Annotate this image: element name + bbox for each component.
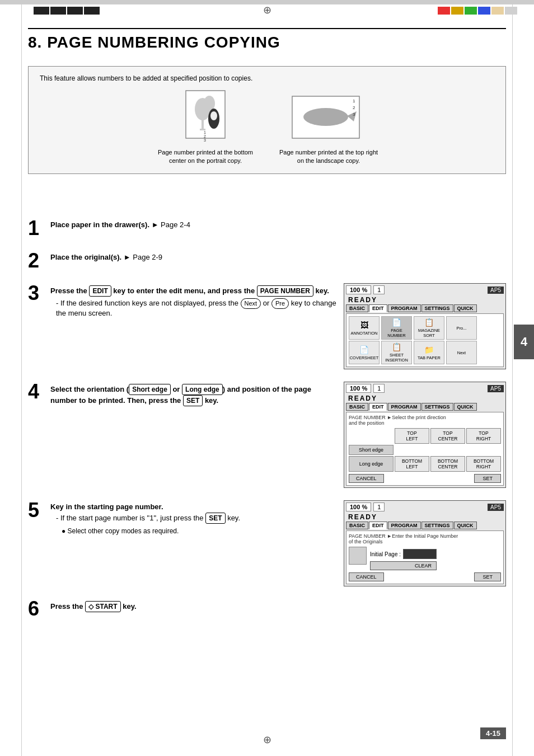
step-3-content: Presse the EDIT key to enter the edit me… <box>50 283 338 319</box>
portrait-caption: Page number printed at the bottom center… <box>155 148 256 166</box>
ui-panel-step3: 100 % 1 AP5 READY BASIC EDIT PROGRAM SET… <box>344 283 506 369</box>
step-1-content: Place paper in the drawer(s). ► Page 2-4 <box>50 218 506 231</box>
step-3-left: 3 Presse the EDIT key to enter the edit … <box>28 283 338 319</box>
section-tab: 4 <box>514 325 534 359</box>
panel4-status: READY <box>346 394 504 403</box>
next-key-step3[interactable]: Next <box>241 298 261 309</box>
steps-area: 1 Place paper in the drawer(s). ► Page 2… <box>28 218 506 630</box>
panel4-cancel-btn[interactable]: CANCEL <box>349 474 384 483</box>
magazine-sort-icon-cell[interactable]: 📋 MAGAZINE SORT <box>414 316 444 340</box>
coversheet-icon-cell[interactable]: 📄 COVERSHEET <box>349 341 380 364</box>
bottom-left-option[interactable]: BOTTOMLEFT <box>395 456 429 472</box>
panel3-tabs: BASIC EDIT PROGRAM SETTINGS QUICK <box>346 304 504 312</box>
tab-quick[interactable]: QUICK <box>454 304 477 312</box>
short-edge-label[interactable]: Short edge <box>349 445 394 455</box>
panel4-percent: 100 % <box>346 384 371 393</box>
svg-point-11 <box>303 108 348 126</box>
start-key[interactable]: ◇ START <box>85 601 120 612</box>
panel5-tab-basic[interactable]: BASIC <box>346 522 368 529</box>
svg-text:3: 3 <box>353 112 355 117</box>
panel5-tab-settings[interactable]: SETTINGS <box>421 522 453 529</box>
top-center-option[interactable]: TOPCENTER <box>430 428 465 444</box>
step-5-panel: 100 % 1 AP5 READY BASIC EDIT PROGRAM SET… <box>344 500 506 586</box>
initial-page-input[interactable] <box>403 549 437 559</box>
panel5-tab-program[interactable]: PROGRAM <box>388 522 421 529</box>
crosshair-bottom: ⊕ <box>263 734 271 746</box>
step-1: 1 Place paper in the drawer(s). ► Page 2… <box>28 218 506 238</box>
panel4-tab-edit[interactable]: EDIT <box>369 403 387 411</box>
portrait-illustration: 1 2 3 <box>169 88 242 144</box>
step-3-text: Presse the EDIT key to enter the edit me… <box>50 285 338 297</box>
panel4-tab-program[interactable]: PROGRAM <box>388 403 421 411</box>
step-5-note: - If the start page number is "1", just … <box>56 513 338 524</box>
pro-icon-cell[interactable]: Pro... <box>446 316 477 340</box>
step-4-content: Select the orientation (Short edge or Lo… <box>50 382 338 408</box>
top-right-option[interactable]: TOPRIGHT <box>466 428 501 444</box>
black-blocks-top <box>34 7 100 15</box>
bottom-center-option[interactable]: BOTTOMCENTER <box>430 456 465 472</box>
margin-line-left <box>21 0 22 756</box>
panel4-tab-quick[interactable]: QUICK <box>454 403 477 411</box>
step-2-content: Place the original(s). ► Page 2-9 <box>50 251 506 263</box>
clear-btn[interactable]: CLEAR <box>370 561 437 570</box>
svg-text:2: 2 <box>204 134 206 138</box>
panel5-status: READY <box>346 513 504 522</box>
step-4-left: 4 Select the orientation (Short edge or … <box>28 382 338 408</box>
panel4-set-btn[interactable]: SET <box>474 474 501 483</box>
sheet-insertion-icon-cell[interactable]: 📋 SHEET INSERTION <box>381 341 412 364</box>
svg-text:3: 3 <box>204 138 206 142</box>
page-number-box: 4-15 <box>480 727 506 739</box>
bottom-right-option[interactable]: BOTTOMRIGHT <box>466 456 501 472</box>
panel5-set-btn[interactable]: SET <box>474 572 501 581</box>
page-number-icon-cell[interactable]: 📄 PAGE NUMBER <box>381 316 412 340</box>
panel4-tab-basic[interactable]: BASIC <box>346 403 368 411</box>
step-6: 6 Press the ◇ START key. <box>28 599 506 619</box>
color-swatches-top <box>438 7 517 15</box>
pre-key-step3[interactable]: Pre <box>271 298 289 309</box>
set-key-step4[interactable]: SET <box>183 395 203 406</box>
ui-panel-step4: 100 % 1 AP5 READY BASIC EDIT PROGRAM SET… <box>344 382 506 488</box>
panel5-count: 1 <box>373 503 385 511</box>
panel4-msg: PAGE NUMBER ►Select the print directiona… <box>349 415 501 426</box>
step-2: 2 Place the original(s). ► Page 2-9 <box>28 251 506 271</box>
set-key-step5[interactable]: SET <box>205 513 225 524</box>
page-number-key[interactable]: PAGE NUMBER <box>257 285 313 297</box>
feature-intro: This feature allows numbers to be added … <box>40 74 494 82</box>
tab-program[interactable]: PROGRAM <box>388 304 421 312</box>
panel5-thumb <box>349 547 367 565</box>
panel3-percent: 100 % <box>346 285 371 294</box>
page-title-bar: 8. PAGE NUMBERING COPYING <box>28 28 506 51</box>
tab-edit[interactable]: EDIT <box>369 304 387 312</box>
step-4-number: 4 <box>28 382 45 402</box>
annotation-icon-cell[interactable]: 🖼 ANNOTATION <box>349 316 380 340</box>
panel5-cancel-btn[interactable]: CANCEL <box>349 572 384 581</box>
tab-paper-icon-cell[interactable]: 📁 TAB PAPER <box>414 341 444 364</box>
panel5-tab-edit[interactable]: EDIT <box>369 522 387 529</box>
svg-text:1: 1 <box>204 130 206 134</box>
landscape-illustration: 1 2 3 <box>287 88 371 144</box>
tab-settings[interactable]: SETTINGS <box>421 304 453 312</box>
step-2-number: 2 <box>28 251 45 271</box>
panel3-count: 1 <box>373 285 385 294</box>
long-edge-label[interactable]: Long edge <box>349 456 394 472</box>
panel4-tab-settings[interactable]: SETTINGS <box>421 403 453 411</box>
panel5-tabs: BASIC EDIT PROGRAM SETTINGS QUICK <box>346 522 504 529</box>
panel4-tabs: BASIC EDIT PROGRAM SETTINGS QUICK <box>346 403 504 411</box>
panel4-count: 1 <box>373 384 385 393</box>
tab-basic[interactable]: BASIC <box>346 304 368 312</box>
panel3-header: 100 % 1 AP5 <box>346 285 504 294</box>
short-edge-key[interactable]: Short edge <box>129 384 171 395</box>
next-icon-cell[interactable]: Next <box>446 341 477 364</box>
panel5-tab-quick[interactable]: QUICK <box>454 522 477 529</box>
step-5-content: Key in the starting page number. - If th… <box>50 500 338 538</box>
landscape-caption: Page number printed at the top right on … <box>278 148 379 166</box>
panel5-msg: PAGE NUMBER ►Enter the Initial Page Numb… <box>349 533 501 544</box>
svg-point-6 <box>210 111 217 120</box>
edit-key[interactable]: EDIT <box>89 285 111 297</box>
long-edge-key[interactable]: Long edge <box>182 384 223 395</box>
top-left-option[interactable]: TOPLEFT <box>395 428 429 444</box>
panel5-input-area: Initial Page : CLEAR <box>349 547 501 570</box>
step-3: 3 Presse the EDIT key to enter the edit … <box>28 283 506 369</box>
step-2-text: Place the original(s). ► Page 2-9 <box>50 253 506 261</box>
feature-images: 1 2 3 Page number printed at the bottom … <box>40 88 494 166</box>
